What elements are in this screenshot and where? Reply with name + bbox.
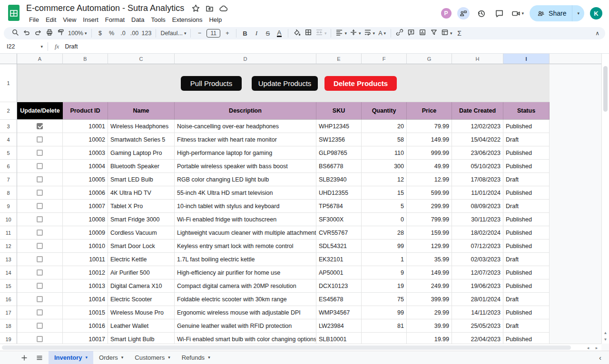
checkbox-cell[interactable]	[17, 120, 63, 133]
checkbox-unchecked[interactable]	[37, 136, 43, 143]
menu-tools[interactable]: Tools	[148, 16, 168, 24]
status-cell[interactable]: Draft	[503, 293, 550, 306]
checkbox-unchecked[interactable]	[37, 176, 43, 182]
checkbox-unchecked[interactable]	[37, 283, 43, 289]
checkbox-cell[interactable]	[17, 226, 63, 239]
name-cell[interactable]: Smart LED Bulb	[108, 173, 175, 186]
fill-color-icon[interactable]	[291, 28, 303, 38]
quantity-cell[interactable]: 58	[362, 133, 407, 146]
row-header-18[interactable]: 18	[0, 319, 17, 333]
status-cell[interactable]: Published	[503, 239, 550, 253]
description-cell[interactable]: Portable wireless speaker with bass boos…	[175, 160, 316, 173]
status-cell[interactable]: Published	[503, 266, 550, 279]
quantity-cell[interactable]: 20	[362, 120, 407, 133]
move-icon[interactable]	[204, 3, 215, 13]
quantity-cell[interactable]: 81	[362, 319, 407, 333]
status-cell[interactable]: Published	[503, 279, 550, 293]
name-cell[interactable]: Leather Wallet	[108, 319, 175, 333]
sku-cell[interactable]: UHD12355	[316, 186, 362, 200]
checkbox-unchecked[interactable]	[37, 336, 43, 342]
price-cell[interactable]: 49.99	[407, 160, 452, 173]
price-cell[interactable]: 149.99	[407, 266, 452, 279]
sku-cell[interactable]: CVR55767	[316, 226, 362, 239]
menu-help[interactable]: Help	[206, 16, 225, 24]
description-cell[interactable]: Fitness tracker with heart rate monitor	[175, 133, 316, 146]
vertical-align-icon[interactable]: ▾	[348, 28, 363, 38]
header-cell-date-created[interactable]: Date Created	[452, 102, 503, 120]
checkbox-unchecked[interactable]	[37, 216, 43, 222]
checkbox-cell[interactable]	[17, 239, 63, 253]
formula-input[interactable]: Draft	[65, 43, 78, 50]
description-cell[interactable]: Foldable electric scooter with 30km rang…	[175, 293, 316, 306]
header-cell-description[interactable]: Description	[175, 102, 316, 120]
row-header-3[interactable]: 3	[0, 120, 17, 133]
column-header-C[interactable]: C	[108, 54, 175, 64]
description-cell[interactable]: Wi-Fi enabled fridge with touchscreen	[175, 213, 316, 226]
format-as-currency-button[interactable]: $	[95, 28, 106, 38]
description-cell[interactable]: Compact digital camera with 20MP resolut…	[175, 279, 316, 293]
date-created-cell[interactable]: 15/04/2022	[452, 133, 503, 146]
row-header-13[interactable]: 13	[0, 253, 17, 266]
insert-comment-icon[interactable]	[405, 28, 417, 38]
product-id-cell[interactable]: 10008	[63, 213, 108, 226]
name-cell[interactable]: Electric Kettle	[108, 253, 175, 266]
row-header-15[interactable]: 15	[0, 279, 17, 293]
sku-cell[interactable]: TP56784	[316, 200, 362, 213]
scroll-up-icon[interactable]: ▲	[602, 329, 609, 336]
sheet-tab-refunds[interactable]: Refunds▾	[176, 351, 216, 364]
date-created-cell[interactable]: 28/01/2024	[452, 293, 503, 306]
checkbox-cell[interactable]	[17, 253, 63, 266]
description-cell[interactable]: 1.7L fast boiling electric kettle	[175, 253, 316, 266]
product-id-cell[interactable]: 10010	[63, 239, 108, 253]
status-cell[interactable]: Published	[503, 213, 550, 226]
date-created-cell[interactable]: 08/09/2023	[452, 200, 503, 213]
checkbox-unchecked[interactable]	[37, 190, 43, 196]
status-cell[interactable]: Published	[503, 226, 550, 239]
paint-format-icon[interactable]	[55, 28, 67, 38]
column-header-E[interactable]: E	[316, 54, 362, 64]
menu-format[interactable]: Format	[102, 16, 128, 24]
description-cell[interactable]: Lightweight vacuum cleaner with multiple…	[175, 226, 316, 239]
status-cell[interactable]: Published	[503, 306, 550, 319]
product-id-cell[interactable]: 10015	[63, 306, 108, 319]
checkbox-cell[interactable]	[17, 279, 63, 293]
sku-cell[interactable]: AP50001	[316, 266, 362, 279]
header-cell-sku[interactable]: SKU	[316, 102, 362, 120]
row-header-2[interactable]: 2	[0, 102, 17, 120]
name-cell[interactable]: Electric Scooter	[108, 293, 175, 306]
column-header-D[interactable]: D	[175, 54, 316, 64]
product-id-cell[interactable]: 10003	[63, 146, 108, 160]
header-cell-price[interactable]: Price	[407, 102, 452, 120]
quantity-cell[interactable]: 110	[362, 146, 407, 160]
sku-cell[interactable]: SF3000X	[316, 213, 362, 226]
strikethrough-button[interactable]: S	[262, 28, 274, 38]
sku-cell[interactable]: BS66778	[316, 160, 362, 173]
column-header-A[interactable]: A	[17, 54, 63, 64]
update-delete-header-cell[interactable]: Update/Delete	[17, 102, 63, 120]
name-cell[interactable]: Air Purifier 500	[108, 266, 175, 279]
price-cell[interactable]: 149.99	[407, 133, 452, 146]
date-created-cell[interactable]: 07/12/2023	[452, 239, 503, 253]
comments-icon[interactable]	[493, 7, 506, 19]
sku-cell[interactable]: EK32101	[316, 253, 362, 266]
checkbox-unchecked[interactable]	[37, 323, 43, 329]
add-sheet-button[interactable]	[18, 352, 30, 364]
checkbox-cell[interactable]	[17, 160, 63, 173]
name-box[interactable]: I22 ▾	[0, 43, 48, 50]
menu-insert[interactable]: Insert	[80, 16, 101, 24]
checkbox-unchecked[interactable]	[37, 163, 43, 169]
star-icon[interactable]	[190, 3, 201, 13]
date-created-cell[interactable]: 23/06/2023	[452, 146, 503, 160]
sheets-logo-icon[interactable]	[7, 4, 21, 23]
product-id-cell[interactable]: 10001	[63, 120, 108, 133]
sku-cell[interactable]: ES45678	[316, 293, 362, 306]
increase-font-size-button[interactable]: +	[222, 28, 233, 38]
font-size-button[interactable]: 11	[205, 28, 221, 38]
sku-cell[interactable]: SLB23940	[316, 173, 362, 186]
checkbox-unchecked[interactable]	[37, 256, 43, 262]
menu-view[interactable]: View	[60, 16, 79, 24]
product-id-cell[interactable]: 10006	[63, 186, 108, 200]
delete-products-button[interactable]: Delete Products	[324, 76, 397, 91]
product-id-cell[interactable]: 10014	[63, 293, 108, 306]
sku-cell[interactable]: GLP98765	[316, 146, 362, 160]
